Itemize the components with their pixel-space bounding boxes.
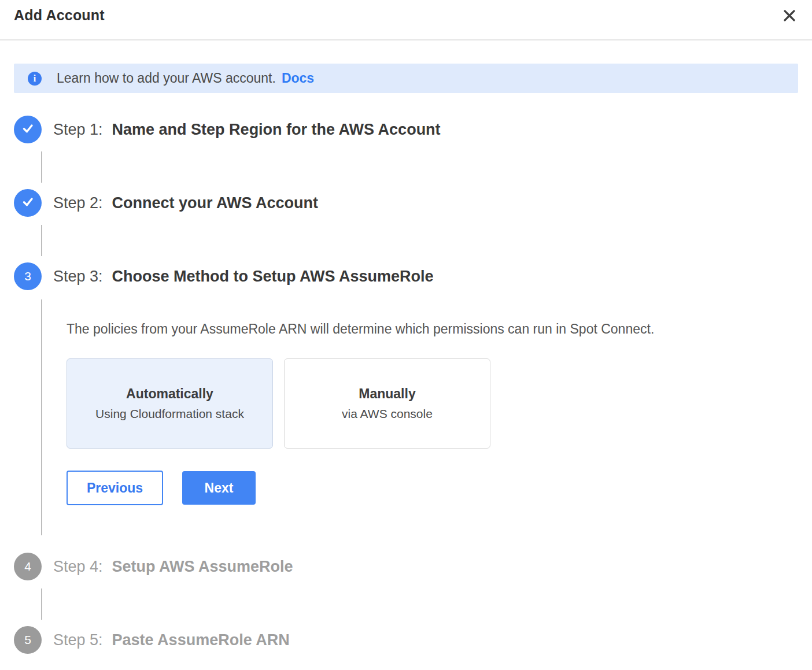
step-5-number-badge: 5 — [14, 626, 42, 654]
close-icon — [782, 16, 797, 25]
step-4-prefix: Step 4: — [53, 558, 103, 575]
page-title: Add Account — [14, 7, 105, 24]
option-card-automatically[interactable]: Automatically Using Cloudformation stack — [67, 358, 273, 449]
option-title: Manually — [359, 386, 415, 402]
step-1-completed-badge — [14, 116, 42, 143]
step-1-prefix: Step 1: — [53, 121, 103, 138]
steps-list: Step 1:Name and Step Region for the AWS … — [0, 116, 812, 654]
step-row-1: Step 1:Name and Step Region for the AWS … — [14, 116, 798, 143]
step-connector — [41, 151, 42, 183]
step-5-title: Paste AssumeRole ARN — [112, 631, 290, 649]
option-subtitle: Using Cloudformation stack — [95, 407, 244, 421]
modal-header: Add Account — [0, 0, 812, 40]
previous-button[interactable]: Previous — [67, 471, 163, 505]
wizard-nav-buttons: Previous Next — [67, 471, 798, 505]
step-row-2: Step 2:Connect your AWS Account — [14, 189, 798, 217]
check-icon — [20, 194, 35, 212]
option-card-manually[interactable]: Manually via AWS console — [284, 358, 490, 449]
step-2-prefix: Step 2: — [53, 194, 103, 212]
step-row-4: 4 Step 4:Setup AWS AssumeRole — [14, 553, 798, 580]
info-banner: i Learn how to add your AWS account. Doc… — [14, 64, 798, 93]
docs-link[interactable]: Docs — [282, 71, 314, 86]
step-row-3: 3 Step 3:Choose Method to Setup AWS Assu… — [14, 262, 798, 290]
step-row-5: 5 Step 5:Paste AssumeRole ARN — [14, 626, 798, 654]
check-icon — [20, 121, 35, 139]
step-connector — [41, 588, 42, 620]
next-button[interactable]: Next — [182, 471, 256, 505]
step-5-label: Step 5:Paste AssumeRole ARN — [53, 631, 290, 649]
step-2-label: Step 2:Connect your AWS Account — [53, 194, 318, 212]
step-3-number-badge: 3 — [14, 262, 42, 290]
close-button[interactable] — [782, 8, 797, 23]
step-3-description: The policies from your AssumeRole ARN wi… — [67, 321, 798, 337]
info-icon: i — [28, 72, 42, 86]
step-connector — [41, 225, 42, 256]
step-2-completed-badge — [14, 189, 42, 217]
banner-text: Learn how to add your AWS account. — [57, 71, 276, 86]
step-3-label: Step 3:Choose Method to Setup AWS Assume… — [53, 268, 434, 286]
step-3-prefix: Step 3: — [53, 268, 103, 285]
step-4-title: Setup AWS AssumeRole — [112, 558, 293, 575]
method-option-cards: Automatically Using Cloudformation stack… — [67, 358, 798, 449]
step-4-label: Step 4:Setup AWS AssumeRole — [53, 558, 293, 576]
option-subtitle: via AWS console — [342, 407, 433, 421]
step-3-content: The policies from your AssumeRole ARN wi… — [41, 299, 798, 535]
step-5-prefix: Step 5: — [53, 631, 103, 649]
option-title: Automatically — [126, 386, 213, 402]
step-1-label: Step 1:Name and Step Region for the AWS … — [53, 121, 441, 139]
step-1-title: Name and Step Region for the AWS Account — [112, 121, 441, 138]
step-2-title: Connect your AWS Account — [112, 194, 319, 212]
step-3-title: Choose Method to Setup AWS AssumeRole — [112, 268, 434, 285]
step-4-number-badge: 4 — [14, 553, 42, 580]
add-account-modal: Add Account i Learn how to add your AWS … — [0, 0, 812, 670]
